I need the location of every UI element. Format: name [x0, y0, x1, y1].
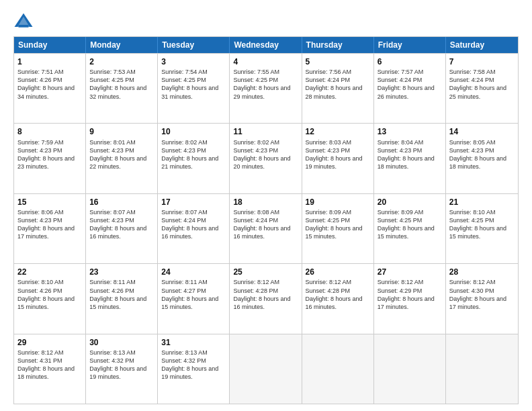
calendar-cell: 8Sunrise: 7:59 AM Sunset: 4:23 PM Daylig…: [14, 124, 86, 193]
calendar-cell: 5Sunrise: 7:56 AM Sunset: 4:24 PM Daylig…: [302, 54, 374, 123]
sun-info: Sunrise: 7:59 AM Sunset: 4:23 PM Dayligh…: [17, 138, 82, 171]
calendar-cell: 31Sunrise: 8:13 AM Sunset: 4:32 PM Dayli…: [158, 334, 230, 404]
sun-info: Sunrise: 8:12 AM Sunset: 4:29 PM Dayligh…: [378, 278, 442, 311]
day-number: 16: [89, 197, 154, 208]
day-number: 17: [161, 197, 226, 208]
calendar-cell: 30Sunrise: 8:13 AM Sunset: 4:32 PM Dayli…: [86, 334, 158, 404]
day-number: 31: [161, 337, 226, 348]
calendar-cell: 15Sunrise: 8:06 AM Sunset: 4:23 PM Dayli…: [14, 194, 86, 263]
day-number: 8: [17, 126, 82, 137]
sun-info: Sunrise: 8:09 AM Sunset: 4:25 PM Dayligh…: [378, 208, 442, 241]
weekday-header: Wednesday: [230, 37, 302, 53]
calendar-row: 8Sunrise: 7:59 AM Sunset: 4:23 PM Daylig…: [14, 123, 518, 193]
sun-info: Sunrise: 8:05 AM Sunset: 4:23 PM Dayligh…: [449, 138, 515, 171]
sun-info: Sunrise: 8:12 AM Sunset: 4:31 PM Dayligh…: [17, 349, 82, 381]
calendar-cell: 25Sunrise: 8:12 AM Sunset: 4:28 PM Dayli…: [230, 264, 302, 333]
day-number: 18: [233, 197, 298, 208]
sun-info: Sunrise: 8:08 AM Sunset: 4:24 PM Dayligh…: [233, 208, 298, 241]
day-number: 10: [161, 126, 226, 137]
sun-info: Sunrise: 8:07 AM Sunset: 4:24 PM Dayligh…: [161, 208, 226, 241]
calendar-cell: 11Sunrise: 8:02 AM Sunset: 4:23 PM Dayli…: [230, 124, 302, 193]
calendar: SundayMondayTuesdayWednesdayThursdayFrid…: [13, 36, 519, 404]
sun-info: Sunrise: 8:04 AM Sunset: 4:23 PM Dayligh…: [378, 138, 442, 171]
sun-info: Sunrise: 7:56 AM Sunset: 4:24 PM Dayligh…: [306, 68, 370, 101]
calendar-cell: 14Sunrise: 8:05 AM Sunset: 4:23 PM Dayli…: [446, 124, 518, 193]
sun-info: Sunrise: 8:07 AM Sunset: 4:23 PM Dayligh…: [89, 208, 154, 241]
calendar-cell: 9Sunrise: 8:01 AM Sunset: 4:23 PM Daylig…: [86, 124, 158, 193]
calendar-cell: 3Sunrise: 7:54 AM Sunset: 4:25 PM Daylig…: [158, 54, 230, 123]
day-number: 25: [233, 267, 298, 277]
logo-icon: [13, 11, 34, 31]
day-number: 29: [17, 337, 82, 348]
sun-info: Sunrise: 8:09 AM Sunset: 4:25 PM Dayligh…: [306, 208, 370, 241]
sun-info: Sunrise: 8:01 AM Sunset: 4:23 PM Dayligh…: [89, 138, 154, 171]
calendar-cell: 27Sunrise: 8:12 AM Sunset: 4:29 PM Dayli…: [374, 264, 446, 333]
sun-info: Sunrise: 8:10 AM Sunset: 4:26 PM Dayligh…: [17, 278, 82, 311]
calendar-cell: 28Sunrise: 8:12 AM Sunset: 4:30 PM Dayli…: [446, 264, 518, 333]
calendar-row: 15Sunrise: 8:06 AM Sunset: 4:23 PM Dayli…: [14, 193, 518, 263]
page-header: [13, 11, 519, 31]
calendar-cell: 21Sunrise: 8:10 AM Sunset: 4:25 PM Dayli…: [446, 194, 518, 263]
sun-info: Sunrise: 8:06 AM Sunset: 4:23 PM Dayligh…: [17, 208, 82, 241]
day-number: 3: [161, 56, 226, 67]
day-number: 4: [233, 56, 298, 67]
weekday-header: Tuesday: [158, 37, 230, 53]
calendar-cell: 17Sunrise: 8:07 AM Sunset: 4:24 PM Dayli…: [158, 194, 230, 263]
weekday-header: Thursday: [302, 37, 374, 53]
day-number: 2: [89, 56, 154, 67]
calendar-cell: 16Sunrise: 8:07 AM Sunset: 4:23 PM Dayli…: [86, 194, 158, 263]
calendar-cell: 6Sunrise: 7:57 AM Sunset: 4:24 PM Daylig…: [374, 54, 446, 123]
day-number: 14: [449, 126, 515, 137]
calendar-row: 1Sunrise: 7:51 AM Sunset: 4:26 PM Daylig…: [14, 53, 518, 123]
day-number: 21: [449, 197, 515, 208]
logo: [13, 11, 36, 31]
calendar-cell: 19Sunrise: 8:09 AM Sunset: 4:25 PM Dayli…: [302, 194, 374, 263]
sun-info: Sunrise: 8:13 AM Sunset: 4:32 PM Dayligh…: [161, 349, 226, 381]
day-number: 5: [306, 56, 370, 67]
sun-info: Sunrise: 8:03 AM Sunset: 4:23 PM Dayligh…: [306, 138, 370, 171]
day-number: 20: [378, 197, 442, 208]
sun-info: Sunrise: 8:12 AM Sunset: 4:28 PM Dayligh…: [306, 278, 370, 311]
sun-info: Sunrise: 8:11 AM Sunset: 4:27 PM Dayligh…: [161, 278, 226, 311]
calendar-cell: 4Sunrise: 7:55 AM Sunset: 4:25 PM Daylig…: [230, 54, 302, 123]
day-number: 11: [233, 126, 298, 137]
sun-info: Sunrise: 8:02 AM Sunset: 4:23 PM Dayligh…: [233, 138, 298, 171]
sun-info: Sunrise: 7:54 AM Sunset: 4:25 PM Dayligh…: [161, 68, 226, 101]
sun-info: Sunrise: 7:58 AM Sunset: 4:24 PM Dayligh…: [449, 68, 515, 101]
day-number: 27: [378, 267, 442, 277]
calendar-cell: 24Sunrise: 8:11 AM Sunset: 4:27 PM Dayli…: [158, 264, 230, 333]
sun-info: Sunrise: 8:11 AM Sunset: 4:26 PM Dayligh…: [89, 278, 154, 311]
calendar-body: 1Sunrise: 7:51 AM Sunset: 4:26 PM Daylig…: [14, 53, 518, 404]
day-number: 28: [449, 267, 515, 277]
day-number: 23: [89, 267, 154, 277]
calendar-cell: 29Sunrise: 8:12 AM Sunset: 4:31 PM Dayli…: [14, 334, 86, 404]
calendar-cell: 18Sunrise: 8:08 AM Sunset: 4:24 PM Dayli…: [230, 194, 302, 263]
calendar-cell: 13Sunrise: 8:04 AM Sunset: 4:23 PM Dayli…: [374, 124, 446, 193]
day-number: 26: [306, 267, 370, 277]
calendar-cell: 10Sunrise: 8:02 AM Sunset: 4:23 PM Dayli…: [158, 124, 230, 193]
sun-info: Sunrise: 7:57 AM Sunset: 4:24 PM Dayligh…: [378, 68, 442, 101]
day-number: 22: [17, 267, 82, 277]
day-number: 15: [17, 197, 82, 208]
weekday-header: Friday: [374, 37, 446, 53]
calendar-cell: 12Sunrise: 8:03 AM Sunset: 4:23 PM Dayli…: [302, 124, 374, 193]
calendar-cell: 23Sunrise: 8:11 AM Sunset: 4:26 PM Dayli…: [86, 264, 158, 333]
day-number: 7: [449, 56, 515, 67]
sun-info: Sunrise: 8:02 AM Sunset: 4:23 PM Dayligh…: [161, 138, 226, 171]
calendar-cell-empty: [374, 334, 446, 404]
sun-info: Sunrise: 8:12 AM Sunset: 4:28 PM Dayligh…: [233, 278, 298, 311]
day-number: 12: [306, 126, 370, 137]
calendar-cell: 26Sunrise: 8:12 AM Sunset: 4:28 PM Dayli…: [302, 264, 374, 333]
calendar-header: SundayMondayTuesdayWednesdayThursdayFrid…: [14, 37, 518, 53]
day-number: 9: [89, 126, 154, 137]
calendar-cell: 22Sunrise: 8:10 AM Sunset: 4:26 PM Dayli…: [14, 264, 86, 333]
sun-info: Sunrise: 8:13 AM Sunset: 4:32 PM Dayligh…: [89, 349, 154, 381]
day-number: 13: [378, 126, 442, 137]
day-number: 24: [161, 267, 226, 277]
calendar-cell: 2Sunrise: 7:53 AM Sunset: 4:25 PM Daylig…: [86, 54, 158, 123]
day-number: 19: [306, 197, 370, 208]
day-number: 6: [378, 56, 442, 67]
day-number: 30: [89, 337, 154, 348]
calendar-row: 22Sunrise: 8:10 AM Sunset: 4:26 PM Dayli…: [14, 263, 518, 333]
sun-info: Sunrise: 7:55 AM Sunset: 4:25 PM Dayligh…: [233, 68, 298, 101]
